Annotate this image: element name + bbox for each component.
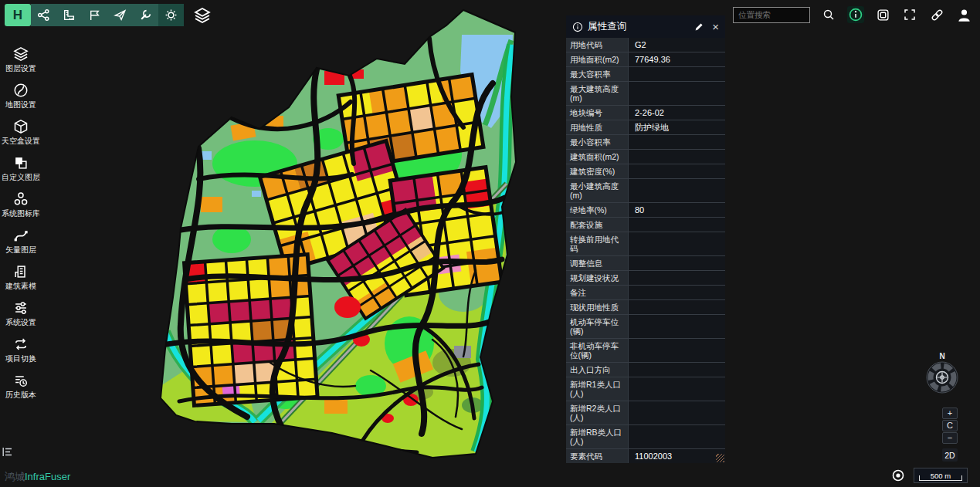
row-label: 建筑密度(%): [566, 164, 628, 178]
table-row[interactable]: 出入口方向: [566, 362, 725, 377]
flag-icon: [88, 8, 101, 22]
table-row[interactable]: 配套设施: [566, 217, 725, 232]
row-value: [628, 300, 725, 314]
table-row[interactable]: 要素代码 11002003: [566, 448, 725, 463]
view-mode-2d-button[interactable]: 2D: [942, 448, 958, 462]
settings-button[interactable]: [158, 4, 184, 26]
table-row[interactable]: 最大容积率: [566, 66, 725, 81]
legend-collapse-button[interactable]: [2, 446, 13, 460]
row-label: 规划建设状况: [566, 271, 628, 285]
sidebar-item-building-model[interactable]: 建筑素模: [0, 260, 42, 296]
custom-layer-icon: [13, 155, 29, 171]
row-label: 新增R1类人口(人): [566, 377, 628, 401]
attribute-query-panel: 属性查询 × 用地代码 G2 用地面积(m2) 77649.36: [566, 15, 725, 463]
attribute-info-button[interactable]: [847, 6, 864, 23]
sidebar-item-custom-layer[interactable]: 自定义图层: [0, 151, 42, 188]
row-value: 80: [628, 203, 725, 217]
table-row[interactable]: 机动车停车位(辆): [566, 314, 725, 338]
tools-button[interactable]: [133, 4, 158, 26]
sidebar-item-layer-settings[interactable]: 图层设置: [0, 42, 42, 79]
search-input[interactable]: [734, 10, 809, 19]
table-row[interactable]: 地块编号 2-26-02: [566, 105, 725, 120]
search-button[interactable]: [820, 6, 837, 23]
zoom-out-button[interactable]: −: [942, 432, 958, 444]
row-value: [628, 67, 725, 81]
map-icon: [13, 83, 29, 98]
share-icon: [37, 8, 50, 22]
table-row[interactable]: 转换前用地代码: [566, 232, 725, 255]
table-row[interactable]: 新增RB类人口(人): [566, 424, 725, 448]
fullscreen-icon: [904, 8, 916, 21]
compass-icon: [925, 360, 959, 394]
row-label: 最小建筑高度(m): [566, 179, 628, 202]
row-label: 机动车停车位(辆): [566, 315, 628, 338]
wrench-icon: [139, 8, 152, 22]
tool-strip: [31, 4, 184, 26]
table-row[interactable]: 用地面积(m2) 77649.36: [566, 52, 725, 66]
plan-flag-button[interactable]: [82, 4, 107, 26]
row-value: [628, 286, 725, 299]
table-row[interactable]: 最小容积率: [566, 134, 725, 149]
sidebar-item-skybox-settings[interactable]: 天空盒设置: [0, 115, 42, 151]
compass-control[interactable]: N: [925, 352, 959, 397]
scale-label: 500 m: [914, 472, 967, 480]
zoom-in-button[interactable]: +: [942, 408, 958, 419]
table-row[interactable]: 现状用地性质: [566, 299, 725, 314]
table-row[interactable]: 建筑密度(%): [566, 164, 725, 178]
sidebar-item-icon-library[interactable]: 系统图标库: [0, 188, 42, 224]
bottom-right-bar: 500 m: [892, 468, 968, 483]
edit-button[interactable]: [694, 22, 704, 32]
fullscreen-button[interactable]: [901, 6, 918, 23]
table-row[interactable]: 用地性质 防护绿地: [566, 120, 725, 134]
table-row[interactable]: 备注: [566, 285, 725, 299]
compass-reset-button[interactable]: C: [942, 420, 958, 431]
table-row[interactable]: 调整信息: [566, 255, 725, 270]
table-row[interactable]: 最小建筑高度(m): [566, 178, 725, 202]
basemap-button[interactable]: [874, 6, 891, 23]
row-label: 新增RB类人口(人): [566, 425, 628, 448]
row-label: 非机动车停车位(辆): [566, 339, 628, 362]
layers-toggle-button[interactable]: [191, 4, 214, 26]
brand-logo: 鸿城InfraFuser: [5, 470, 70, 484]
left-sidebar: 图层设置 地图设置 天空盒设置 自定义图层 系统图标库: [0, 42, 42, 405]
sidebar-item-project-switch[interactable]: 项目切换: [0, 333, 42, 369]
share-button[interactable]: [31, 4, 56, 26]
table-row[interactable]: 非机动车停车位(辆): [566, 338, 725, 362]
sidebar-item-system-settings[interactable]: 系统设置: [0, 296, 42, 333]
gear-icon: [164, 8, 178, 22]
table-row[interactable]: 绿地率(%) 80: [566, 202, 725, 217]
sidebar-item-map-settings[interactable]: 地图设置: [0, 79, 42, 115]
table-row[interactable]: 建筑面积(m2): [566, 149, 725, 164]
sidebar-item-history-version[interactable]: 历史版本: [0, 369, 42, 405]
panel-resize-handle[interactable]: [716, 454, 724, 462]
measure-button[interactable]: [56, 4, 82, 26]
table-row[interactable]: 新增R1类人口(人): [566, 377, 725, 401]
app-logo[interactable]: H: [5, 4, 31, 26]
row-label: 新增R2类人口(人): [566, 401, 628, 424]
topright-controls: [733, 6, 972, 23]
table-row[interactable]: 新增R2类人口(人): [566, 401, 725, 424]
locate-icon[interactable]: [892, 469, 904, 482]
layers-icon: [194, 7, 211, 24]
row-value: [628, 150, 725, 164]
panel-title: 属性查询: [588, 20, 687, 33]
row-label: 转换前用地代码: [566, 232, 628, 255]
send-button[interactable]: [107, 4, 133, 26]
row-value: 77649.36: [628, 52, 725, 66]
table-row[interactable]: 用地代码 G2: [566, 38, 725, 52]
row-value: [628, 164, 725, 178]
row-value: [628, 339, 725, 362]
row-label: 建筑面积(m2): [566, 150, 628, 164]
table-row[interactable]: 最大建筑高度(m): [566, 81, 725, 105]
close-button[interactable]: ×: [712, 21, 719, 32]
ruler-icon: [63, 8, 76, 22]
share-link-button[interactable]: [928, 6, 945, 23]
sidebar-item-vector-layer[interactable]: 矢量图层: [0, 224, 42, 260]
zoning-map-canvas[interactable]: [0, 0, 980, 487]
table-row[interactable]: 规划建设状况: [566, 270, 725, 285]
user-button[interactable]: [955, 6, 972, 23]
location-search[interactable]: [733, 7, 810, 23]
brand-prefix: 鸿城: [5, 471, 25, 482]
scale-bar: 500 m: [914, 468, 968, 483]
row-label: 用地性质: [566, 120, 628, 134]
